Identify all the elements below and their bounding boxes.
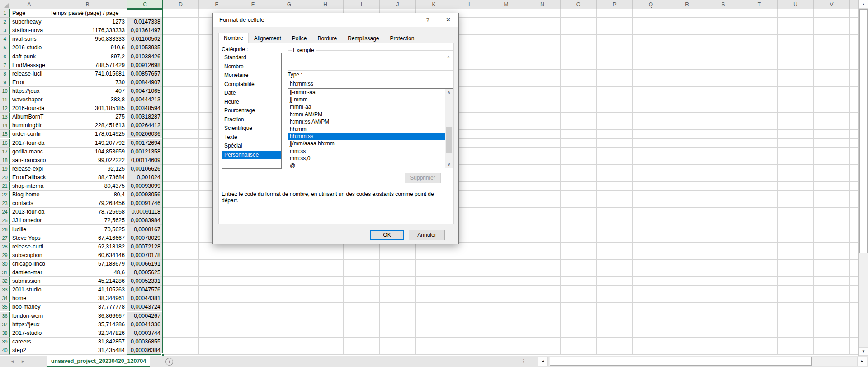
cell-B37[interactable]: 35,714286	[48, 320, 127, 329]
vertical-scrollbar-thumb[interactable]	[859, 9, 868, 253]
cell-C2[interactable]: 0,0147338	[127, 18, 163, 26]
cell-B22[interactable]: 80,4	[48, 191, 127, 199]
cell-B15[interactable]: 178,014925	[48, 130, 127, 138]
row-header-27[interactable]: 27	[0, 234, 10, 243]
cell-B7[interactable]: 788,571429	[48, 61, 127, 70]
cell-A27[interactable]: Steve Yops	[10, 234, 48, 243]
cell-B16[interactable]: 149,207792	[48, 139, 127, 148]
cell-B40[interactable]: 31,435484	[48, 346, 127, 355]
cell-C34[interactable]: 0,00044381	[127, 294, 163, 303]
cell-A23[interactable]: contacts	[10, 199, 48, 208]
row-header-22[interactable]: 22	[0, 191, 10, 199]
cell-C32[interactable]: 0,00052331	[127, 277, 163, 286]
cell-B17[interactable]: 104,853659	[48, 148, 127, 156]
cell-B25[interactable]: 72,5625	[48, 216, 127, 225]
cell-C15[interactable]: 0,00206036	[127, 130, 163, 138]
column-header-O[interactable]: O	[561, 0, 597, 9]
row-header-2[interactable]: 2	[0, 18, 10, 26]
scroll-left-icon[interactable]: ◄	[538, 357, 548, 366]
cell-B12[interactable]: 301,185185	[48, 104, 127, 113]
vertical-scrollbar[interactable]: ▲ ▼	[858, 0, 868, 356]
cell-A21[interactable]: shop-interna	[10, 182, 48, 191]
dialog-tab-alignement[interactable]: Alignement	[249, 33, 287, 43]
row-header-4[interactable]: 4	[0, 35, 10, 43]
column-header-P[interactable]: P	[597, 0, 633, 9]
cell-A37[interactable]: https://jeux	[10, 320, 48, 329]
column-header-L[interactable]: L	[452, 0, 488, 9]
type-scrollbar-thumb[interactable]	[446, 127, 452, 153]
cell-B26[interactable]: 70,5625	[48, 225, 127, 234]
dialog-tab-police[interactable]: Police	[287, 33, 312, 43]
column-header-M[interactable]: M	[488, 0, 524, 9]
scroll-down-icon[interactable]: ▼	[859, 347, 868, 356]
row-header-33[interactable]: 33	[0, 286, 10, 294]
row-header-14[interactable]: 14	[0, 121, 10, 130]
type-listbox[interactable]: jj-mmm-aajj-mmmmmm-aah:mm AM/PMh:mm:ss A…	[288, 88, 453, 168]
category-item-monétaire[interactable]: Monétaire	[222, 71, 281, 80]
cell-B19[interactable]: 92,125	[48, 165, 127, 173]
cell-A4[interactable]: rival-sons	[10, 35, 48, 43]
sheet-nav-left-icon[interactable]: ◄	[10, 359, 14, 364]
row-header-25[interactable]: 25	[0, 216, 10, 225]
type-option-9[interactable]: mm:ss,0	[288, 155, 453, 162]
row-header-9[interactable]: 9	[0, 78, 10, 87]
row-header-36[interactable]: 36	[0, 312, 10, 320]
cell-B24[interactable]: 78,725658	[48, 208, 127, 216]
horizontal-scrollbar-thumb[interactable]	[550, 357, 812, 366]
row-header-23[interactable]: 23	[0, 199, 10, 208]
cell-C14[interactable]: 0,00264412	[127, 121, 163, 130]
row-header-39[interactable]: 39	[0, 338, 10, 346]
cell-C1[interactable]	[127, 9, 163, 18]
sheet-tab-active[interactable]: unsaved_project_20230420_120704	[47, 356, 150, 367]
cell-C18[interactable]: 0,00114609	[127, 156, 163, 165]
row-header-31[interactable]: 31	[0, 268, 10, 277]
type-option-8[interactable]: mm:ss	[288, 148, 453, 155]
cell-B34[interactable]: 38,344961	[48, 294, 127, 303]
row-header-1[interactable]: 1	[0, 9, 10, 18]
column-header-Q[interactable]: Q	[633, 0, 669, 9]
cell-C7[interactable]: 0,00912698	[127, 61, 163, 70]
category-listbox[interactable]: StandardNombreMonétaireComptabilitéDateH…	[222, 53, 282, 169]
row-header-10[interactable]: 10	[0, 87, 10, 95]
row-header-20[interactable]: 20	[0, 173, 10, 182]
dialog-title-bar[interactable]: Format de cellule ? ✕	[213, 13, 458, 27]
cell-C11[interactable]: 0,00444213	[127, 95, 163, 104]
cell-C12[interactable]: 0,00348594	[127, 104, 163, 113]
cell-C9[interactable]: 0,00844907	[127, 78, 163, 87]
cell-B2[interactable]: 1273	[48, 18, 127, 26]
row-header-40[interactable]: 40	[0, 346, 10, 355]
cell-B20[interactable]: 88,473684	[48, 173, 127, 182]
cell-A11[interactable]: waveshaper	[10, 95, 48, 104]
row-header-24[interactable]: 24	[0, 208, 10, 216]
cell-C39[interactable]: 0,00036855	[127, 338, 163, 346]
column-header-N[interactable]: N	[524, 0, 561, 9]
category-item-nombre[interactable]: Nombre	[222, 62, 281, 71]
cell-A35[interactable]: bob-marley	[10, 303, 48, 311]
category-item-comptabilité[interactable]: Comptabilité	[222, 80, 281, 89]
horizontal-scrollbar[interactable]: ⋮ ◄ ►	[517, 357, 868, 366]
row-header-6[interactable]: 6	[0, 52, 10, 61]
row-header-19[interactable]: 19	[0, 165, 10, 173]
type-option-6[interactable]: hh:mm:ss	[288, 133, 453, 140]
row-header-15[interactable]: 15	[0, 130, 10, 138]
cell-A2[interactable]: superheavy	[10, 18, 48, 26]
cell-B3[interactable]: 1176,333333	[48, 26, 127, 35]
cell-B32[interactable]: 45,214286	[48, 277, 127, 286]
row-header-21[interactable]: 21	[0, 182, 10, 191]
column-header-D[interactable]: D	[163, 0, 199, 9]
row-header-16[interactable]: 16	[0, 139, 10, 148]
column-header-S[interactable]: S	[705, 0, 741, 9]
cell-B8[interactable]: 741,015681	[48, 70, 127, 78]
cell-A16[interactable]: 2017-tour-da	[10, 139, 48, 148]
category-item-texte[interactable]: Texte	[222, 133, 281, 142]
cell-C21[interactable]: 0,00093099	[127, 182, 163, 191]
row-header-17[interactable]: 17	[0, 148, 10, 156]
column-header-U[interactable]: U	[778, 0, 814, 9]
help-icon[interactable]: ?	[418, 13, 438, 27]
cell-A29[interactable]: subscription	[10, 251, 48, 260]
row-header-13[interactable]: 13	[0, 113, 10, 121]
type-option-3[interactable]: h:mm AM/PM	[288, 111, 453, 118]
type-list-scrollbar[interactable]: ∧ ∨	[445, 89, 453, 168]
row-header-29[interactable]: 29	[0, 251, 10, 260]
cell-B4[interactable]: 950,833333	[48, 35, 127, 43]
